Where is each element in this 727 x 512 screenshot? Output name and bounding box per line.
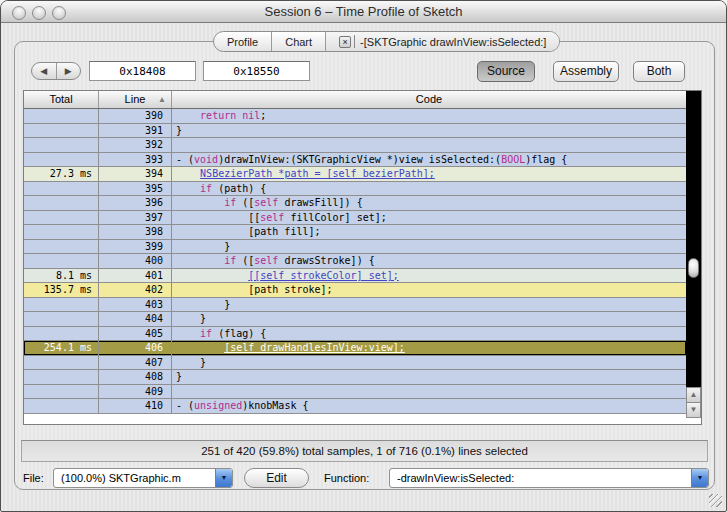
table-row[interactable]: 404 } — [24, 312, 686, 327]
profile-table: Total Line ▲ Code 390 return nil;391}392… — [23, 90, 702, 425]
code-cell: } — [172, 370, 686, 384]
scroll-up-button[interactable]: ▲ — [686, 387, 701, 403]
table-row[interactable]: 400 if ([self drawsStroke]) { — [24, 254, 686, 269]
table-row[interactable]: 392 — [24, 138, 686, 153]
address-to-field[interactable] — [203, 61, 310, 81]
file-label: File: — [23, 472, 44, 484]
code-link[interactable]: [self drawHandlesInView:view]; — [224, 342, 405, 353]
line-number-cell: 406 — [99, 341, 172, 355]
scroll-up-icon: ▲ — [690, 390, 698, 399]
scroll-down-icon: ▼ — [690, 405, 698, 414]
view-source-button[interactable]: Source — [477, 61, 535, 82]
table-row[interactable]: 397 [[self fillColor] set]; — [24, 211, 686, 226]
table-row[interactable]: 8.1 ms401 [[self strokeColor] set]; — [24, 269, 686, 284]
line-number-cell: 395 — [99, 182, 172, 196]
table-row[interactable]: 410- (unsigned)knobMask { — [24, 399, 686, 414]
window-title: Session 6 – Time Profile of Sketch — [1, 4, 726, 19]
table-row[interactable]: 405 if (flag) { — [24, 327, 686, 342]
code-text: } — [176, 357, 206, 368]
column-header-total[interactable]: Total — [24, 91, 99, 108]
tab-chart[interactable]: Chart — [272, 32, 326, 51]
code-text: void — [194, 154, 218, 165]
total-cell — [24, 153, 99, 167]
tab-label: -[SKTGraphic drawInView:isSelected:] — [360, 36, 546, 48]
line-number-cell: 394 — [99, 167, 172, 181]
line-number-cell: 403 — [99, 298, 172, 312]
table-row[interactable]: 393- (void)drawInView:(SKTGraphicView *)… — [24, 153, 686, 168]
code-text: [path fill]; — [176, 226, 321, 237]
column-header-code[interactable]: Code — [172, 91, 686, 108]
column-header-line[interactable]: Line ▲ — [99, 91, 172, 108]
total-cell: 27.3 ms — [24, 167, 99, 181]
address-from-field[interactable] — [89, 61, 196, 81]
line-number-cell: 402 — [99, 283, 172, 297]
table-row[interactable]: 403 } — [24, 298, 686, 313]
view-assembly-button[interactable]: Assembly — [553, 61, 619, 82]
view-both-button[interactable]: Both — [633, 61, 685, 82]
code-text: - ( — [176, 400, 194, 411]
tab-function-detail[interactable]: ×-[SKTGraphic drawInView:isSelected:] — [326, 32, 559, 51]
code-text: if — [224, 255, 236, 266]
file-dropdown-button[interactable]: ▼ — [215, 469, 232, 487]
code-text: ([ — [236, 197, 254, 208]
table-row[interactable]: 399 } — [24, 240, 686, 255]
line-number-cell: 401 — [99, 269, 172, 283]
code-link[interactable]: [[self strokeColor] set]; — [248, 270, 399, 281]
line-number-cell: 392 — [99, 138, 172, 152]
table-row[interactable]: 391} — [24, 124, 686, 139]
code-text — [176, 342, 224, 353]
scrollbar-track[interactable] — [686, 91, 701, 387]
scroll-down-button[interactable]: ▼ — [686, 402, 701, 418]
table-row[interactable]: 398 [path fill]; — [24, 225, 686, 240]
table-row[interactable]: 408} — [24, 370, 686, 385]
title-bar[interactable]: Session 6 – Time Profile of Sketch — [1, 1, 726, 23]
total-cell — [24, 138, 99, 152]
table-row[interactable]: 407 } — [24, 356, 686, 371]
code-text: fillColor] set]; — [284, 212, 386, 223]
scrollbar-thumb[interactable] — [688, 258, 699, 278]
table-rows: 390 return nil;391}392393- (void)drawInV… — [24, 109, 686, 414]
history-nav-control: ◀ ▶ — [31, 62, 81, 80]
table-row[interactable]: 409 — [24, 385, 686, 400]
table-row[interactable]: 395 if (path) { — [24, 182, 686, 197]
tab-label: Profile — [227, 36, 258, 48]
code-text: self — [260, 212, 284, 223]
table-row[interactable]: 135.7 ms402 [path stroke]; — [24, 283, 686, 298]
line-number-cell: 408 — [99, 370, 172, 384]
code-text: } — [176, 125, 182, 136]
code-cell: [[self fillColor] set]; — [172, 211, 686, 225]
code-text: (path) { — [212, 183, 266, 194]
code-cell: } — [172, 124, 686, 138]
line-number-cell: 391 — [99, 124, 172, 138]
code-cell: } — [172, 356, 686, 370]
dropdown-arrow-icon: ▼ — [221, 474, 228, 481]
table-row[interactable]: 390 return nil; — [24, 109, 686, 124]
total-cell — [24, 225, 99, 239]
function-label: Function: — [324, 472, 369, 484]
edit-button[interactable]: Edit — [244, 468, 309, 488]
forward-button[interactable]: ▶ — [57, 63, 81, 79]
file-dropdown[interactable]: (100.0%) SKTGraphic.m ▼ — [53, 468, 233, 488]
tab-profile[interactable]: Profile — [214, 32, 272, 51]
code-cell: [path fill]; — [172, 225, 686, 239]
function-dropdown-button[interactable]: ▼ — [691, 469, 708, 487]
table-row[interactable]: 27.3 ms394 NSBezierPath *path = [self be… — [24, 167, 686, 182]
code-text: ([ — [236, 255, 254, 266]
code-cell: if (flag) { — [172, 327, 686, 341]
code-text — [176, 183, 200, 194]
total-cell — [24, 356, 99, 370]
tab-close-icon[interactable]: × — [339, 36, 351, 48]
code-text: self — [254, 255, 278, 266]
status-bar: 251 of 420 (59.8%) total samples, 1 of 7… — [21, 440, 708, 462]
function-dropdown[interactable]: -drawInView:isSelected: ▼ — [389, 468, 709, 488]
code-text: } — [176, 241, 230, 252]
tab-label: Chart — [285, 36, 312, 48]
table-row[interactable]: 254.1 ms406 [self drawHandlesInView:view… — [24, 341, 686, 356]
table-row[interactable]: 396 if ([self drawsFill]) { — [24, 196, 686, 211]
total-cell — [24, 124, 99, 138]
line-number-cell: 400 — [99, 254, 172, 268]
back-button[interactable]: ◀ — [32, 63, 57, 79]
code-text: )drawInView:(SKTGraphicView *)view isSel… — [218, 154, 501, 165]
resize-grip[interactable] — [709, 494, 722, 507]
code-link[interactable]: NSBezierPath *path = [self bezierPath]; — [200, 168, 435, 179]
